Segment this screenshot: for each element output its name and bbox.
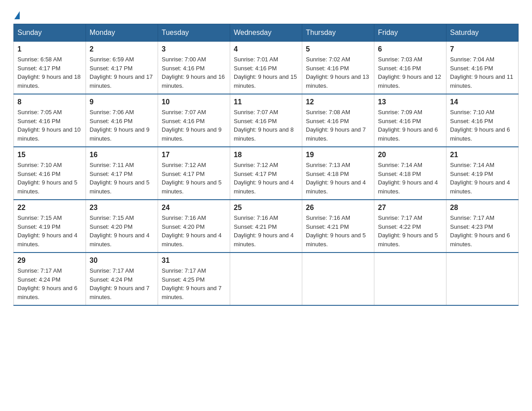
calendar-day-cell: 27 Sunrise: 7:17 AMSunset: 4:22 PMDaylig… bbox=[374, 200, 446, 253]
calendar-day-cell: 23 Sunrise: 7:15 AMSunset: 4:20 PMDaylig… bbox=[86, 200, 158, 253]
calendar-day-cell: 20 Sunrise: 7:14 AMSunset: 4:18 PMDaylig… bbox=[374, 147, 446, 200]
day-info: Sunrise: 7:11 AMSunset: 4:17 PMDaylight:… bbox=[90, 162, 150, 195]
day-info: Sunrise: 7:17 AMSunset: 4:25 PMDaylight:… bbox=[162, 267, 222, 300]
day-info: Sunrise: 7:17 AMSunset: 4:24 PMDaylight:… bbox=[90, 267, 150, 300]
day-number: 9 bbox=[90, 98, 154, 106]
logo-triangle-icon bbox=[14, 11, 20, 19]
day-number: 4 bbox=[234, 45, 298, 53]
day-info: Sunrise: 6:59 AMSunset: 4:17 PMDaylight:… bbox=[90, 56, 153, 89]
day-number: 1 bbox=[17, 45, 82, 53]
day-info: Sunrise: 7:17 AMSunset: 4:23 PMDaylight:… bbox=[450, 214, 510, 248]
day-info: Sunrise: 6:58 AMSunset: 4:17 PMDaylight:… bbox=[17, 56, 81, 89]
day-of-week-header: Monday bbox=[86, 24, 158, 42]
calendar-day-cell: 30 Sunrise: 7:17 AMSunset: 4:24 PMDaylig… bbox=[86, 253, 158, 305]
calendar-day-cell: 8 Sunrise: 7:05 AMSunset: 4:16 PMDayligh… bbox=[14, 94, 86, 147]
day-info: Sunrise: 7:02 AMSunset: 4:16 PMDaylight:… bbox=[306, 56, 369, 89]
header-row: SundayMondayTuesdayWednesdayThursdayFrid… bbox=[14, 24, 519, 42]
calendar-day-cell bbox=[302, 253, 374, 305]
calendar-week-row: 29 Sunrise: 7:17 AMSunset: 4:24 PMDaylig… bbox=[14, 253, 519, 305]
day-number: 28 bbox=[450, 204, 515, 212]
day-number: 16 bbox=[90, 151, 154, 159]
calendar-day-cell: 13 Sunrise: 7:09 AMSunset: 4:16 PMDaylig… bbox=[374, 94, 446, 147]
calendar-day-cell: 26 Sunrise: 7:16 AMSunset: 4:21 PMDaylig… bbox=[302, 200, 374, 253]
calendar-day-cell: 9 Sunrise: 7:06 AMSunset: 4:16 PMDayligh… bbox=[86, 94, 158, 147]
day-info: Sunrise: 7:14 AMSunset: 4:19 PMDaylight:… bbox=[450, 162, 510, 195]
day-info: Sunrise: 7:12 AMSunset: 4:17 PMDaylight:… bbox=[162, 162, 222, 195]
day-of-week-header: Sunday bbox=[14, 24, 86, 42]
day-number: 7 bbox=[450, 45, 515, 53]
calendar-day-cell: 11 Sunrise: 7:07 AMSunset: 4:16 PMDaylig… bbox=[230, 94, 302, 147]
calendar-day-cell bbox=[230, 253, 302, 305]
day-number: 14 bbox=[450, 98, 515, 106]
day-info: Sunrise: 7:01 AMSunset: 4:16 PMDaylight:… bbox=[234, 56, 297, 89]
day-info: Sunrise: 7:17 AMSunset: 4:22 PMDaylight:… bbox=[378, 214, 438, 248]
calendar-day-cell: 3 Sunrise: 7:00 AMSunset: 4:16 PMDayligh… bbox=[158, 42, 230, 94]
day-number: 21 bbox=[450, 151, 515, 159]
calendar-body: 1 Sunrise: 6:58 AMSunset: 4:17 PMDayligh… bbox=[14, 42, 519, 306]
calendar-day-cell: 24 Sunrise: 7:16 AMSunset: 4:20 PMDaylig… bbox=[158, 200, 230, 253]
day-number: 17 bbox=[162, 151, 226, 159]
calendar-day-cell: 22 Sunrise: 7:15 AMSunset: 4:19 PMDaylig… bbox=[14, 200, 86, 253]
day-info: Sunrise: 7:17 AMSunset: 4:24 PMDaylight:… bbox=[17, 267, 77, 300]
day-info: Sunrise: 7:08 AMSunset: 4:16 PMDaylight:… bbox=[306, 109, 366, 142]
calendar-day-cell: 2 Sunrise: 6:59 AMSunset: 4:17 PMDayligh… bbox=[86, 42, 158, 94]
day-number: 12 bbox=[306, 98, 370, 106]
day-number: 11 bbox=[234, 98, 298, 106]
calendar-header: SundayMondayTuesdayWednesdayThursdayFrid… bbox=[14, 24, 519, 42]
calendar-day-cell: 5 Sunrise: 7:02 AMSunset: 4:16 PMDayligh… bbox=[302, 42, 374, 94]
calendar-week-row: 8 Sunrise: 7:05 AMSunset: 4:16 PMDayligh… bbox=[14, 94, 519, 147]
day-info: Sunrise: 7:15 AMSunset: 4:20 PMDaylight:… bbox=[90, 214, 150, 248]
day-number: 27 bbox=[378, 204, 442, 212]
day-number: 6 bbox=[378, 45, 442, 53]
calendar-day-cell: 31 Sunrise: 7:17 AMSunset: 4:25 PMDaylig… bbox=[158, 253, 230, 305]
day-of-week-header: Thursday bbox=[302, 24, 374, 42]
calendar-day-cell: 25 Sunrise: 7:16 AMSunset: 4:21 PMDaylig… bbox=[230, 200, 302, 253]
day-info: Sunrise: 7:15 AMSunset: 4:19 PMDaylight:… bbox=[17, 214, 77, 248]
day-info: Sunrise: 7:06 AMSunset: 4:16 PMDaylight:… bbox=[90, 109, 150, 142]
calendar-day-cell: 19 Sunrise: 7:13 AMSunset: 4:18 PMDaylig… bbox=[302, 147, 374, 200]
day-info: Sunrise: 7:16 AMSunset: 4:21 PMDaylight:… bbox=[306, 214, 366, 248]
calendar-day-cell bbox=[374, 253, 446, 305]
calendar-day-cell: 6 Sunrise: 7:03 AMSunset: 4:16 PMDayligh… bbox=[374, 42, 446, 94]
calendar-table: SundayMondayTuesdayWednesdayThursdayFrid… bbox=[13, 24, 519, 306]
calendar-day-cell bbox=[446, 253, 519, 305]
calendar-day-cell: 16 Sunrise: 7:11 AMSunset: 4:17 PMDaylig… bbox=[86, 147, 158, 200]
logo bbox=[13, 9, 21, 19]
day-of-week-header: Friday bbox=[374, 24, 446, 42]
day-info: Sunrise: 7:13 AMSunset: 4:18 PMDaylight:… bbox=[306, 162, 366, 195]
day-number: 29 bbox=[17, 257, 82, 265]
day-info: Sunrise: 7:05 AMSunset: 4:16 PMDaylight:… bbox=[17, 109, 81, 142]
day-info: Sunrise: 7:00 AMSunset: 4:16 PMDaylight:… bbox=[162, 56, 225, 89]
day-number: 30 bbox=[90, 257, 154, 265]
calendar-day-cell: 14 Sunrise: 7:10 AMSunset: 4:16 PMDaylig… bbox=[446, 94, 519, 147]
day-info: Sunrise: 7:16 AMSunset: 4:20 PMDaylight:… bbox=[162, 214, 222, 248]
day-number: 20 bbox=[378, 151, 442, 159]
day-info: Sunrise: 7:03 AMSunset: 4:16 PMDaylight:… bbox=[378, 56, 441, 89]
calendar-day-cell: 1 Sunrise: 6:58 AMSunset: 4:17 PMDayligh… bbox=[14, 42, 86, 94]
day-number: 19 bbox=[306, 151, 370, 159]
day-info: Sunrise: 7:16 AMSunset: 4:21 PMDaylight:… bbox=[234, 214, 294, 248]
calendar-day-cell: 28 Sunrise: 7:17 AMSunset: 4:23 PMDaylig… bbox=[446, 200, 519, 253]
page-header bbox=[13, 9, 519, 19]
day-info: Sunrise: 7:10 AMSunset: 4:16 PMDaylight:… bbox=[17, 162, 77, 195]
day-number: 31 bbox=[162, 257, 226, 265]
day-of-week-header: Saturday bbox=[446, 24, 519, 42]
day-number: 26 bbox=[306, 204, 370, 212]
calendar-day-cell: 4 Sunrise: 7:01 AMSunset: 4:16 PMDayligh… bbox=[230, 42, 302, 94]
calendar-day-cell: 7 Sunrise: 7:04 AMSunset: 4:16 PMDayligh… bbox=[446, 42, 519, 94]
day-info: Sunrise: 7:14 AMSunset: 4:18 PMDaylight:… bbox=[378, 162, 438, 195]
day-number: 24 bbox=[162, 204, 226, 212]
day-number: 22 bbox=[17, 204, 82, 212]
day-info: Sunrise: 7:10 AMSunset: 4:16 PMDaylight:… bbox=[450, 109, 510, 142]
day-number: 23 bbox=[90, 204, 154, 212]
day-number: 2 bbox=[90, 45, 154, 53]
calendar-day-cell: 12 Sunrise: 7:08 AMSunset: 4:16 PMDaylig… bbox=[302, 94, 374, 147]
day-info: Sunrise: 7:07 AMSunset: 4:16 PMDaylight:… bbox=[234, 109, 294, 142]
calendar-day-cell: 15 Sunrise: 7:10 AMSunset: 4:16 PMDaylig… bbox=[14, 147, 86, 200]
day-of-week-header: Tuesday bbox=[158, 24, 230, 42]
day-number: 15 bbox=[17, 151, 82, 159]
calendar-day-cell: 21 Sunrise: 7:14 AMSunset: 4:19 PMDaylig… bbox=[446, 147, 519, 200]
calendar-day-cell: 17 Sunrise: 7:12 AMSunset: 4:17 PMDaylig… bbox=[158, 147, 230, 200]
day-number: 10 bbox=[162, 98, 226, 106]
day-number: 25 bbox=[234, 204, 298, 212]
